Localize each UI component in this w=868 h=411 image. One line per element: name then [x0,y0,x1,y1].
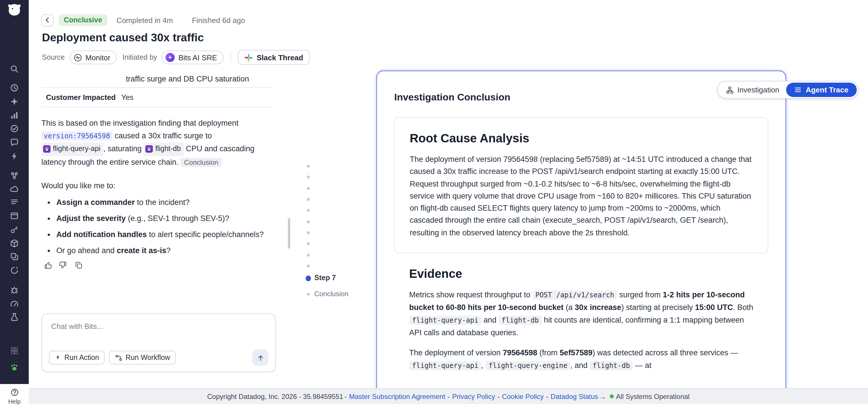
thumbs-down-button[interactable] [59,261,68,270]
conclusion-chip[interactable]: Conclusion [181,158,222,167]
timeline-step-dot[interactable] [307,165,309,167]
timeline-conclusion-label[interactable]: Conclusion [314,290,348,298]
sidebar-item-access[interactable] [10,225,19,234]
timeline-step-dot[interactable] [307,265,309,267]
slack-thread-label: Slack Thread [256,53,303,62]
timeline-conclusion-dot[interactable] [307,293,309,295]
code-service: flight-query-api [409,315,481,324]
run-action-button[interactable]: Run Action [49,351,105,365]
timeline-step-dot[interactable] [307,198,309,201]
summary-text: , saturating [103,144,144,153]
version-token[interactable]: version:79564598 [41,131,112,140]
send-button[interactable] [252,350,268,366]
sidebar-item-history[interactable] [10,83,19,93]
sidebar-item-metrics[interactable] [10,111,19,120]
evidence-text: Metrics show request throughput to [409,290,532,299]
code-service: flight-query-api [409,361,481,370]
status-green-dot [610,395,614,398]
timeline-step-dot[interactable] [307,209,309,211]
gauge-icon [10,299,19,308]
datadog-dog-icon [7,3,22,18]
timeline-step-dot[interactable] [307,254,309,256]
datadog-logo[interactable] [7,3,22,18]
sidebar-item-llm[interactable] [10,138,19,147]
timeline-step-dot[interactable] [307,187,309,190]
status-operational-text: All Systems Operational [616,392,689,400]
evidence-heading: Evidence [409,267,753,281]
sidebar-item-profiling[interactable] [10,299,19,308]
sidebar-item-service-map[interactable] [10,171,19,180]
footer: Copyright Datadog, Inc. 2026 - 35.984595… [29,388,868,404]
chat-scrollbar-thumb[interactable] [288,218,290,248]
timeline-step-dot[interactable] [307,220,309,223]
search-icon [10,64,19,73]
bullet-pre: Or go ahead and [56,246,117,255]
thumbs-up-icon [43,261,52,270]
sidebar-item-monitors[interactable] [10,124,19,133]
page-title: Deployment caused 30x traffic [42,31,204,44]
service-pill-label: flight-query-api [53,143,100,155]
sidebar-item-sync[interactable] [10,266,19,275]
sidebar-item-synthetics[interactable] [10,312,19,321]
sidebar-item-packages[interactable] [10,239,19,248]
sidebar-item-logs[interactable] [10,198,19,207]
sidebar-item-cloud[interactable] [10,184,19,194]
run-workflow-button[interactable]: Run Workflow [110,351,176,365]
investigation-conclusion-panel: Investigation Conclusion Root Cause Anal… [376,71,786,402]
service-pill-flight-db[interactable]: flight-db [144,142,184,156]
sidebar-item-rum[interactable] [10,211,19,220]
toggle-agent-trace[interactable]: Agent Trace [786,83,857,97]
source-monitor-pill[interactable]: Monitor [69,50,117,64]
header-meta-row: Conclusive Completed in 4m Finished 6d a… [41,14,245,26]
bits-ai-avatar [166,53,175,62]
sidebar-item-bits-ai[interactable] [10,97,19,106]
footer-link-privacy[interactable]: Privacy Policy [452,392,495,400]
thumbs-up-button[interactable] [43,261,52,270]
service-pill-label: flight-db [155,143,181,155]
summary-paragraph: This is based on the investigation findi… [41,117,274,169]
copy-icon [74,261,83,270]
key-icon [10,225,19,234]
footer-separator: - [546,392,548,400]
help-button[interactable]: Help [0,384,29,411]
evidence-text: and [481,315,498,324]
toggle-investigation-label: Investigation [737,85,779,94]
sidebar-item-quick-actions[interactable] [10,151,19,161]
timeline-step-dot[interactable] [307,242,309,245]
timeline-step-dot[interactable] [307,176,309,178]
sidebar [0,0,29,384]
chat-input[interactable] [42,314,275,342]
back-button[interactable] [41,14,54,26]
summary-text: caused a 30x traffic surge to [112,131,212,140]
lightning-icon [10,151,19,161]
sidebar-item-search[interactable] [10,64,19,73]
footer-link-msa[interactable]: Master Subscription Agreement [349,392,445,400]
run-action-label: Run Action [64,353,99,362]
code-service: flight-db [498,315,541,324]
sidebar-item-containers[interactable] [10,252,19,261]
footer-link-status[interactable]: Datadog Status [551,392,598,400]
finished-text: Finished 6d ago [192,16,245,24]
timeline-current-step-label[interactable]: Step 7 [314,274,336,282]
timeline-step-dot[interactable] [307,231,309,234]
logs-list-icon [10,198,19,207]
initiated-label: Initiated by [122,54,157,61]
panel-title: Investigation Conclusion [394,92,768,103]
evidence-paragraph-2: The deployment of version 79564598 (from… [409,347,753,372]
footer-link-cookie[interactable]: Cookie Policy [502,392,544,400]
sidebar-item-bug-tracking[interactable] [10,285,19,295]
slack-thread-button[interactable]: Slack Thread [238,50,309,65]
sidebar-item-bits-green[interactable] [10,363,19,372]
sidebar-item-apps[interactable] [10,346,19,355]
timeline-current-step-dot[interactable] [305,276,311,281]
service-paw-icon [145,145,153,153]
copyright-text: Copyright Datadog, Inc. 2026 - 35.984595… [207,392,343,400]
service-pill-flight-query-api[interactable]: flight-query-api [41,142,103,156]
toggle-investigation[interactable]: Investigation [719,83,786,97]
initiated-by-pill[interactable]: Bits AI SRE [162,50,223,64]
copy-button[interactable] [74,261,83,270]
evidence-text: The deployment of version [409,349,503,357]
main-area: Conclusive Completed in 4m Finished 6d a… [29,0,868,411]
suggestions-list: Assign a commander to the incident? Adju… [41,196,274,256]
list-item: Adjust the severity (e.g., SEV-1 through… [56,212,274,225]
